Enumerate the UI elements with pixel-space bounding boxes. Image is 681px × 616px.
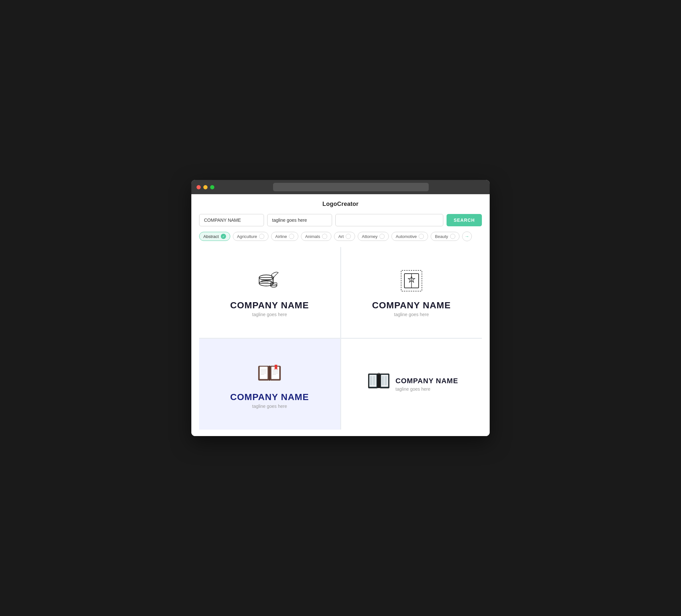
check-icon-attorney (379, 234, 385, 239)
logo-tagline-1: tagline goes here (252, 312, 287, 317)
app-title: LogoCreator (199, 201, 482, 207)
category-label: Automotive (396, 234, 417, 239)
svg-rect-15 (260, 367, 268, 379)
tagline-input[interactable] (267, 214, 332, 226)
search-bar: SEARCH (199, 214, 482, 226)
logo-company-name-2: COMPANY NAME (372, 300, 451, 311)
check-icon-animals (322, 234, 327, 239)
category-chip-animals[interactable]: Animals (301, 232, 331, 241)
svg-rect-36 (373, 376, 375, 385)
category-chip-abstract[interactable]: Abstract ✓ (199, 232, 230, 241)
svg-rect-35 (370, 376, 372, 385)
check-icon-agriculture (259, 234, 264, 239)
minimize-button[interactable] (203, 185, 207, 189)
company-name-input[interactable] (199, 214, 264, 226)
svg-rect-29 (269, 366, 270, 380)
logo-text-group-4: COMPANY NAME tagline goes here (396, 377, 458, 392)
category-chip-automotive[interactable]: Automotive (392, 232, 428, 241)
category-bar: Abstract ✓ Agriculture Airline Animals A… (199, 231, 482, 241)
logo-company-name-4: COMPANY NAME (396, 377, 458, 385)
logo-tagline-4: tagline goes here (396, 386, 458, 392)
check-icon-art (346, 234, 351, 239)
category-chip-attorney[interactable]: Attorney (358, 232, 389, 241)
logo-company-name-1: COMPANY NAME (230, 300, 309, 311)
address-bar[interactable] (273, 183, 429, 191)
search-button[interactable]: SEARCH (447, 214, 482, 226)
close-button[interactable] (197, 185, 201, 189)
category-label: Art (338, 234, 344, 239)
category-label: Agriculture (237, 234, 257, 239)
category-label: Airline (275, 234, 287, 239)
category-chip-agriculture[interactable]: Agriculture (233, 232, 269, 241)
svg-rect-37 (382, 376, 384, 385)
check-icon-beauty (450, 234, 455, 239)
logo-icon-quill-scroll (255, 268, 284, 295)
category-chip-airline[interactable]: Airline (271, 232, 298, 241)
logo-card-4[interactable]: COMPANY NAME tagline goes here (341, 339, 482, 430)
keyword-input[interactable] (335, 214, 443, 226)
logo-grid: COMPANY NAME tagline goes here (199, 247, 482, 430)
maximize-button[interactable] (210, 185, 215, 189)
logo-card-2[interactable]: COMPANY NAME tagline goes here (341, 247, 482, 338)
logo-card-3[interactable]: COMPANY NAME tagline goes here (199, 339, 340, 430)
logo-tagline-3: tagline goes here (252, 404, 287, 409)
logo-card-1[interactable]: COMPANY NAME tagline goes here (199, 247, 340, 338)
logo-tagline-2: tagline goes here (394, 312, 429, 317)
category-label: Abstract (203, 234, 219, 239)
browser-window: LogoCreator SEARCH Abstract ✓ Agricultur… (191, 180, 490, 436)
category-label: Animals (305, 234, 320, 239)
svg-rect-39 (377, 374, 380, 388)
check-icon-abstract: ✓ (221, 234, 226, 239)
logo-icon-star-book (399, 268, 425, 295)
category-label: Beauty (435, 234, 448, 239)
category-label: Attorney (362, 234, 377, 239)
check-icon-automotive (419, 234, 424, 239)
check-icon-airline (289, 234, 294, 239)
logo-icon-open-book-bookmark (256, 360, 282, 387)
app-content: LogoCreator SEARCH Abstract ✓ Agricultur… (191, 194, 490, 436)
logo-icon-open-book-columns (367, 369, 390, 394)
next-categories-button[interactable]: → (462, 231, 472, 241)
category-chip-beauty[interactable]: Beauty (431, 232, 459, 241)
category-chip-art[interactable]: Art (334, 232, 355, 241)
logo-company-name-3: COMPANY NAME (230, 392, 309, 402)
browser-titlebar (191, 180, 490, 194)
svg-rect-38 (385, 376, 387, 385)
